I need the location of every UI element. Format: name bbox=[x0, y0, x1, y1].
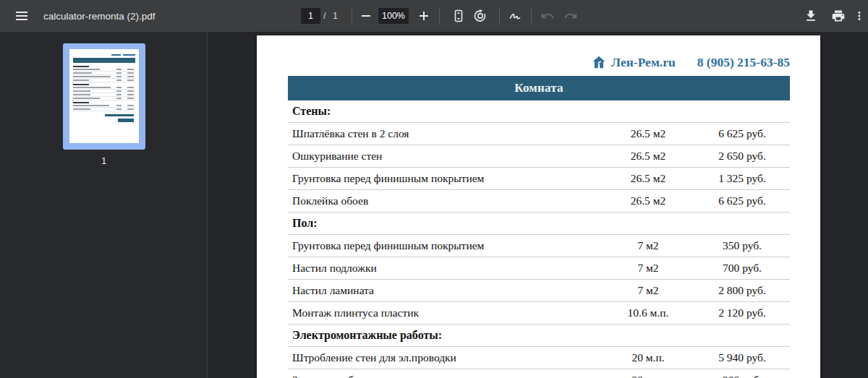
row-quantity: 7 м2 bbox=[602, 262, 694, 275]
pdf-toolbar: calculator-remonta (2).pdf 1 / 1 100% bbox=[0, 0, 868, 32]
house-icon bbox=[592, 55, 606, 69]
table-row: Шпатлёвка стен в 2 слоя26.5 м26 625 руб. bbox=[288, 123, 790, 145]
rotate-icon[interactable] bbox=[470, 6, 490, 26]
row-quantity: 7 м2 bbox=[602, 284, 694, 297]
row-item-label: Грунтовка перед финишным покрытием bbox=[288, 239, 602, 252]
document-title: calculator-remonta (2).pdf bbox=[43, 0, 156, 32]
toolbar-divider bbox=[439, 9, 440, 23]
row-item-label: Ошкуривание стен bbox=[288, 150, 602, 163]
page-header: Лен-Рем.ru 8 (905) 215-63-85 bbox=[288, 53, 790, 71]
zoom-in-icon[interactable] bbox=[414, 6, 434, 26]
row-item-label: Штробление стен для эл.проводки bbox=[288, 351, 602, 364]
estimate-table: Стены:Шпатлёвка стен в 2 слоя26.5 м26 62… bbox=[288, 100, 790, 378]
row-price: 350 руб. bbox=[694, 239, 790, 252]
estimate-title-bar: Комната bbox=[288, 76, 790, 100]
row-quantity: 26.5 м2 bbox=[602, 194, 694, 207]
download-icon[interactable] bbox=[801, 6, 821, 26]
toolbar-divider bbox=[499, 9, 500, 23]
row-price: 2 120 руб. bbox=[694, 306, 790, 319]
row-quantity: 26.5 м2 bbox=[602, 172, 694, 185]
table-row: Настил подложки7 м2700 руб. bbox=[288, 257, 790, 280]
row-quantity: 20 м.п. bbox=[602, 351, 694, 364]
row-price: 1 325 руб. bbox=[694, 172, 790, 185]
row-item-label: Настил подложки bbox=[288, 262, 602, 275]
row-item-label: Монтаж плинтуса пластик bbox=[288, 306, 602, 319]
row-price: 6 625 руб. bbox=[694, 194, 790, 207]
toolbar-divider bbox=[352, 9, 352, 23]
pdf-page: Лен-Рем.ru 8 (905) 215-63-85 Комната Сте… bbox=[257, 35, 820, 378]
row-item-label: Шпатлёвка стен в 2 слоя bbox=[288, 127, 602, 140]
thumbnail-title-bar bbox=[73, 58, 135, 63]
thumbnail-sidebar: 1 bbox=[0, 32, 208, 378]
thumbnail-rows bbox=[73, 64, 135, 111]
thumbnail-brand-line bbox=[73, 54, 135, 56]
table-row: Штробление стен для эл.проводки20 м.п.5 … bbox=[288, 347, 790, 369]
phone-number: 8 (905) 215-63-85 bbox=[697, 55, 790, 70]
row-item-label: Настил ламината bbox=[288, 284, 602, 297]
menu-icon[interactable] bbox=[12, 6, 32, 26]
brand-name: Лен-Рем.ru bbox=[611, 55, 676, 70]
table-row: Монтаж плинтуса пластик10.6 м.п.2 120 ру… bbox=[288, 302, 790, 325]
section-header-row: Электромонтажные работы: bbox=[288, 325, 790, 347]
more-options-icon[interactable] bbox=[849, 6, 868, 26]
table-row: Настил ламината7 м22 800 руб. bbox=[288, 280, 790, 302]
thumbnail-total-badge bbox=[118, 119, 134, 122]
section-header-row: Стены: bbox=[288, 100, 790, 123]
redo-icon bbox=[561, 6, 581, 26]
page-number-input[interactable]: 1 bbox=[301, 8, 320, 24]
row-price: 2 800 руб. bbox=[694, 284, 790, 297]
zoom-out-icon[interactable] bbox=[356, 6, 376, 26]
row-price: 6 625 руб. bbox=[694, 127, 790, 140]
thumbnail-page-preview bbox=[69, 49, 139, 143]
row-item-label: Грунтовка перед финишным покрытием bbox=[288, 172, 602, 185]
section-header-row: Пол: bbox=[288, 212, 790, 235]
row-price: 900 руб. bbox=[694, 374, 790, 378]
page-separator: / bbox=[323, 0, 326, 32]
toolbar-divider bbox=[531, 9, 532, 23]
print-icon[interactable] bbox=[828, 6, 848, 26]
thumbnail-total-line bbox=[105, 114, 134, 116]
annotate-icon[interactable] bbox=[505, 6, 525, 26]
row-item-label: Закладка кабеля bbox=[288, 374, 602, 378]
row-price: 2 650 руб. bbox=[694, 150, 790, 163]
row-item-label: Поклейка обоев bbox=[288, 194, 602, 207]
thumbnail-page-number: 1 bbox=[0, 155, 208, 166]
page-thumbnail[interactable] bbox=[63, 43, 145, 150]
row-quantity: 26.5 м2 bbox=[602, 150, 694, 163]
table-row: Грунтовка перед финишным покрытием26.5 м… bbox=[288, 168, 790, 190]
row-price: 700 руб. bbox=[694, 262, 790, 275]
table-row: Грунтовка перед финишным покрытием7 м235… bbox=[288, 235, 790, 257]
row-price: 5 940 руб. bbox=[694, 351, 790, 364]
row-quantity: 20 м.п. bbox=[602, 374, 694, 378]
row-quantity: 26.5 м2 bbox=[602, 127, 694, 140]
table-row: Закладка кабеля20 м.п.900 руб. bbox=[288, 369, 790, 378]
table-row: Ошкуривание стен26.5 м22 650 руб. bbox=[288, 145, 790, 168]
thumbnail-item-row bbox=[73, 108, 135, 111]
page-total: 1 bbox=[333, 0, 338, 32]
brand: Лен-Рем.ru bbox=[592, 55, 676, 70]
zoom-level-input[interactable]: 100% bbox=[378, 8, 409, 24]
row-quantity: 10.6 м.п. bbox=[602, 306, 694, 319]
fit-page-icon[interactable] bbox=[448, 6, 469, 26]
undo-icon bbox=[537, 6, 558, 26]
table-row: Поклейка обоев26.5 м26 625 руб. bbox=[288, 190, 790, 212]
row-quantity: 7 м2 bbox=[602, 239, 694, 252]
